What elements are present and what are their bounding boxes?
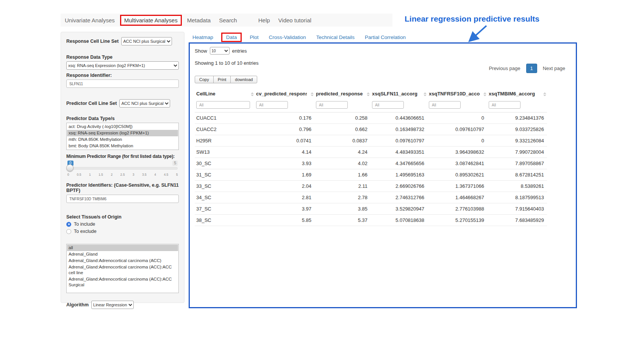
nav-item-video-tutorial[interactable]: Video tutorial	[274, 17, 316, 23]
column-header-cellline[interactable]: CellLine	[195, 88, 255, 100]
slider-tick-label: 4.5	[164, 173, 168, 176]
predictor-data-type-label: Predictor Data Type/s	[66, 116, 179, 121]
column-label: CellLine	[196, 91, 216, 97]
nav-item-multivariate-analyses[interactable]: Multivariate Analyses	[120, 15, 182, 26]
predictor-data-type-option-act-drug-activity-log10-ic50m[interactable]: act: Drug Activity (-log10[IC50M])	[67, 123, 178, 130]
table-row[interactable]: SW134.144.244.4834933513.9643986327.9907…	[195, 147, 547, 158]
filter-input-xsqtmbim6-accorg[interactable]	[489, 101, 521, 109]
tissue-option-adrenal-gland-adrenocortical-carcinoma-acc[interactable]: Adrenal_Gland:Adrenocortical carcinoma (…	[67, 257, 178, 264]
table-row[interactable]: CUACC20.7960.6620.1634987320.0976107979.…	[195, 124, 547, 135]
value-cell: 1.367371066	[427, 181, 487, 192]
filter-input-predicted-response[interactable]	[316, 101, 348, 109]
slider-tick-label: 4	[154, 173, 156, 176]
algorithm-select[interactable]: Linear Regression	[91, 301, 134, 309]
table-row[interactable]: 34_SC2.812.782.7463127661.4646682678.187…	[195, 192, 547, 203]
slider-handle[interactable]	[66, 164, 73, 172]
table-row[interactable]: CUACC10.1760.2580.44360665109.234841376	[195, 112, 547, 124]
value-cell: 8.187599513	[487, 192, 547, 203]
sort-icon[interactable]	[543, 92, 546, 96]
tissue-option-adrenal-gland[interactable]: Adrenal_Gland	[67, 251, 178, 257]
nav-item-search[interactable]: Search	[215, 17, 241, 23]
tissue-option-adrenal-gland-adrenocortical-carcinoma-acc-acc-cell-line[interactable]: Adrenal_Gland:Adrenocortical carcinoma (…	[67, 264, 178, 276]
table-header-row: CellLinecv_predicted_responsepredicted_r…	[195, 88, 547, 100]
tissue-listbox[interactable]: allAdrenal_GlandAdrenal_Gland:Adrenocort…	[66, 244, 179, 293]
response-identifier-label: Response Identifier:	[66, 73, 179, 78]
copy-button[interactable]: Copy	[195, 76, 214, 83]
value-cell: 2.78	[314, 192, 370, 203]
sort-icon[interactable]	[483, 92, 486, 96]
tab-cross-validation[interactable]: Cross-Validation	[269, 34, 306, 40]
filter-input-cellline[interactable]	[196, 101, 250, 109]
column-header-xsqslfn11-accorg[interactable]: xsqSLFN11_accorg	[370, 88, 427, 100]
filter-input-cv-predicted-response[interactable]	[256, 101, 288, 109]
min-predictor-range-slider[interactable]: 0 5 00.511.522.533.544.55	[67, 161, 178, 179]
table-row[interactable]: H295R0.07410.08370.09761079709.332126084	[195, 135, 547, 147]
sort-icon[interactable]	[251, 92, 254, 96]
column-header-cv-predicted-response[interactable]: cv_predicted_response	[255, 88, 314, 100]
tissue-option-adrenal-gland-adrenocortical-carcinoma-acc-acc-surgical[interactable]: Adrenal_Gland:Adrenocortical carcinoma (…	[67, 276, 178, 288]
next-page-button[interactable]: Next page	[539, 64, 569, 73]
value-cell: 1.464668267	[427, 192, 487, 203]
value-cell: 0.097610797	[370, 135, 427, 147]
value-cell: 7.897058867	[487, 158, 547, 169]
sort-icon[interactable]	[311, 92, 314, 96]
tab-data[interactable]: Data	[221, 33, 242, 42]
tab-plot[interactable]: Plot	[250, 34, 258, 40]
radio-to-exclude[interactable]: To exclude	[66, 229, 179, 234]
radio-button-icon[interactable]	[66, 229, 71, 234]
column-header-xsqtmbim6-accorg[interactable]: xsqTMBIM6_accorg	[487, 88, 547, 100]
radio-to-include[interactable]: To include	[66, 222, 179, 227]
predictor-data-type-option-mth-dna-850k-methylation[interactable]: mth: DNA 850K Methylation	[67, 136, 178, 143]
nav-item-help[interactable]: Help	[254, 17, 274, 23]
sidebar: Response Cell Line Set ACC NCI plus Surg…	[61, 32, 184, 303]
show-label: Show	[195, 48, 207, 54]
value-cell: 9.332126084	[487, 135, 547, 147]
tab-heatmap[interactable]: Heatmap	[192, 34, 213, 40]
table-row[interactable]: 33_SC2.042.112.6690267661.3673710668.538…	[195, 181, 547, 192]
nav-item-univariate-analyses[interactable]: Univariate Analyses	[61, 17, 119, 23]
nav-item-metadata[interactable]: Metadata	[183, 17, 215, 23]
sort-icon[interactable]	[424, 92, 427, 96]
print-button[interactable]: Print	[213, 76, 231, 83]
value-cell: 0.176	[255, 112, 314, 124]
tissue-option-all[interactable]: all	[67, 245, 178, 251]
predictor-data-type-listbox[interactable]: act: Drug Activity (-log10[IC50M])xsq: R…	[66, 123, 179, 150]
cellline-cell: 37_SC	[195, 203, 255, 215]
predictor-identifiers-input[interactable]	[66, 195, 179, 203]
value-cell: 2.746312766	[370, 192, 427, 203]
algorithm-label: Algorithm	[66, 302, 89, 307]
column-header-xsqtnfrsf10d-accorg[interactable]: xsqTNFRSF10D_accorg	[427, 88, 487, 100]
sort-icon[interactable]	[367, 92, 370, 96]
predictor-data-type-option-xsq-rna-seq-expression-log2-fpkm-1[interactable]: xsq: RNA-seq Expression (log2 FPKM+1)	[67, 130, 178, 136]
value-cell: 5.85	[255, 215, 314, 226]
download-button[interactable]: download	[230, 76, 257, 83]
tab-partial-correlation[interactable]: Partial Correlation	[365, 34, 406, 40]
response-data-type-select[interactable]: xsq: RNA-seq Expression (log2 FPKM+1)	[66, 61, 179, 70]
value-cell: 0.0837	[314, 135, 370, 147]
data-panel: Show 10 entries Showing 1 to 10 of 10 en…	[189, 42, 577, 308]
table-row[interactable]: 38_SC5.855.375.0708186385.2701551397.683…	[195, 215, 547, 226]
table-row[interactable]: 30_SC3.934.024.3476656563.0874628417.897…	[195, 158, 547, 169]
response-cell-line-set-label: Response Cell Line Set	[66, 39, 119, 44]
tab-technical-details[interactable]: Technical Details	[316, 34, 355, 40]
slider-track[interactable]	[67, 167, 178, 170]
response-cell-line-set-select[interactable]: ACC NCI plus Surgical	[121, 37, 172, 45]
min-predictor-range-label: Minimum Predictor Range (for first liste…	[66, 154, 179, 159]
response-identifier-input[interactable]	[66, 80, 179, 88]
filter-input-xsqtnfrsf10d-accorg[interactable]	[429, 101, 461, 109]
predictor-cell-line-set-select[interactable]: ACC NCI plus Surgical	[119, 99, 170, 108]
annotation-title: Linear regression predictive results	[405, 14, 539, 23]
radio-button-icon[interactable]	[66, 222, 71, 227]
entries-select[interactable]: 10	[210, 47, 230, 55]
pagination: Previous page 1 Next page	[485, 64, 569, 73]
table-row[interactable]: 31_SC1.691.661.4956951630.8953026218.672…	[195, 169, 547, 181]
previous-page-button[interactable]: Previous page	[485, 64, 524, 73]
table-row[interactable]: 37_SC3.973.853.5298209472.7761039887.915…	[195, 203, 547, 215]
current-page-button[interactable]: 1	[526, 64, 537, 73]
value-cell: 1.495695163	[370, 169, 427, 181]
column-header-predicted-response[interactable]: predicted_response	[314, 88, 370, 100]
value-cell: 5.270155139	[427, 215, 487, 226]
predictor-data-type-option-bmt-body-dna-850k-methylation[interactable]: bmt: Body DNA 850K Methylation	[67, 143, 178, 149]
filter-input-xsqslfn11-accorg[interactable]	[372, 101, 404, 109]
cellline-cell: 34_SC	[195, 192, 255, 203]
